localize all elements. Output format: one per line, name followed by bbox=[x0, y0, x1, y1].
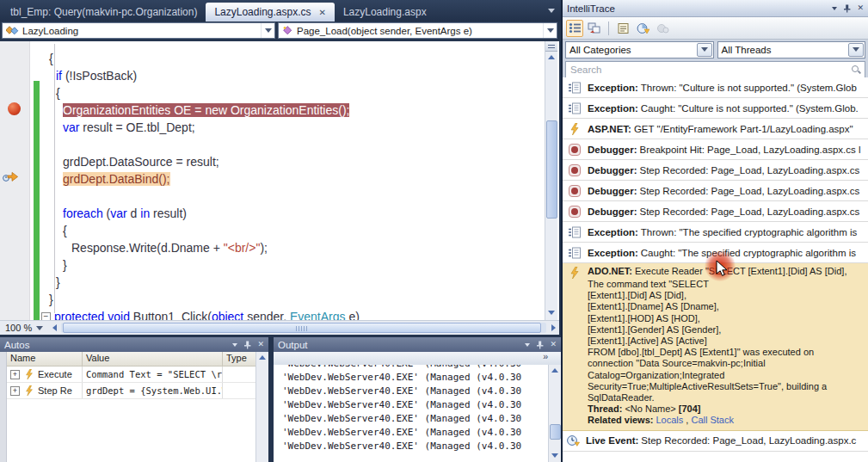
pin-icon[interactable] bbox=[843, 4, 851, 13]
chevron-down-icon[interactable] bbox=[848, 43, 864, 57]
close-icon[interactable]: ✕ bbox=[257, 341, 264, 348]
member-dropdown[interactable]: Page_Load(object sender, EventArgs e) bbox=[278, 22, 557, 39]
scroll-right-icon[interactable] bbox=[547, 322, 559, 334]
scrollbar-thumb[interactable] bbox=[550, 424, 561, 440]
code-line: } bbox=[0, 291, 545, 308]
search-input[interactable]: Search bbox=[565, 61, 865, 78]
summary-icon[interactable] bbox=[614, 20, 631, 37]
event-detail-line: [Extent1].[Gender] AS [Gender], bbox=[588, 324, 865, 336]
scroll-down-icon[interactable] bbox=[549, 450, 561, 461]
zoom-dropdown-icon[interactable] bbox=[36, 326, 43, 330]
event-category: ASP.NET: bbox=[588, 124, 631, 134]
member-dropdown-value: Page_Load(object sender, EventArgs e) bbox=[297, 26, 472, 36]
call-stack-link[interactable]: Call Stack bbox=[691, 415, 734, 425]
event-detail-line: SqlDataReader. bbox=[588, 392, 865, 403]
event-category: Live Event: bbox=[586, 435, 638, 446]
window-menu-icon[interactable] bbox=[832, 7, 837, 10]
selected-event-adonet[interactable]: ADO.NET: Execute Reader "SELECT [Extent1… bbox=[563, 263, 868, 431]
intellitrace-event[interactable]: Debugger:Step Recorded: Page_Load, LazyL… bbox=[563, 160, 868, 181]
column-header[interactable]: Name bbox=[7, 352, 83, 366]
threads-filter-value: All Threads bbox=[722, 45, 772, 55]
window-menu-icon[interactable] bbox=[525, 343, 530, 347]
code-line bbox=[0, 136, 545, 153]
event-icon bbox=[24, 385, 34, 396]
scroll-down-icon[interactable] bbox=[545, 307, 557, 318]
scrollbar-thumb[interactable] bbox=[546, 120, 557, 219]
code-line: grdDept.DataBind(); bbox=[0, 170, 545, 188]
intellitrace-event[interactable]: Exception:Thrown: "The specified cryptog… bbox=[563, 222, 868, 243]
document-list-dropdown-icon[interactable] bbox=[548, 9, 555, 13]
table-row[interactable]: +Step RegrdDept = {System.Web.UI.W bbox=[7, 383, 256, 399]
intellitrace-event[interactable]: Debugger:Step Recorded: Page_Load, LazyL… bbox=[563, 181, 868, 201]
column-header[interactable]: Type bbox=[223, 352, 256, 366]
panel-title: IntelliTrace bbox=[567, 3, 615, 14]
scroll-up-icon[interactable] bbox=[256, 352, 268, 363]
event-category: ADO.NET: bbox=[588, 266, 632, 276]
collapse-region-icon[interactable]: − bbox=[41, 312, 51, 320]
autos-scrollbar[interactable] bbox=[255, 352, 268, 462]
expand-icon[interactable]: + bbox=[10, 386, 20, 396]
autos-title-bar[interactable]: Autos ✕ bbox=[0, 337, 268, 352]
close-icon[interactable]: ✕ bbox=[319, 8, 326, 17]
event-text: Step Recorded: Page_Load, LazyLoading.as… bbox=[640, 165, 860, 176]
column-header[interactable]: Value bbox=[83, 352, 223, 366]
expand-icon[interactable]: + bbox=[10, 370, 20, 379]
name-cell: +Step Re bbox=[7, 383, 83, 398]
output-scrollbar[interactable] bbox=[548, 365, 561, 462]
intellitrace-panel: IntelliTrace ✕ bbox=[561, 0, 868, 462]
close-icon[interactable]: ✕ bbox=[857, 4, 864, 12]
code-editor[interactable]: {if (!IsPostBack){OrganizationEntities O… bbox=[0, 41, 559, 320]
event-category: Debugger: bbox=[588, 145, 637, 155]
intellitrace-event[interactable]: Exception:Thrown: "Culture is not suppor… bbox=[563, 77, 868, 98]
chevron-down-icon[interactable] bbox=[543, 23, 557, 38]
scroll-up-icon[interactable] bbox=[549, 365, 561, 376]
event-text: Step Recorded: Page_Load, LazyLoading.as… bbox=[640, 206, 860, 217]
exception-icon bbox=[569, 102, 582, 114]
event-text: Execute Reader "SELECT [Extent1].[Did] A… bbox=[632, 266, 847, 276]
output-log[interactable]: 'WebDev.WebServer40.EXE' (Managed (v4.0.… bbox=[274, 365, 561, 462]
table-row[interactable]: +ExecuteCommand Text = "SELECT \r bbox=[7, 367, 256, 383]
output-line: 'WebDev.WebServer40.EXE' (Managed (v4.0.… bbox=[282, 440, 561, 453]
locals-link[interactable]: Locals bbox=[656, 415, 683, 425]
code-lines: {if (!IsPostBack){OrganizationEntities O… bbox=[0, 50, 545, 320]
pin-icon[interactable] bbox=[536, 341, 544, 349]
scroll-up-icon[interactable] bbox=[545, 52, 557, 63]
splitter-handle[interactable] bbox=[545, 41, 557, 52]
output-panel: Output ✕ ›› 'WebDev.WebServer40.EXE' (Ma… bbox=[274, 337, 561, 462]
chevron-down-icon[interactable] bbox=[697, 43, 712, 57]
close-icon[interactable]: ✕ bbox=[550, 341, 557, 348]
grid-header[interactable]: Name Value Type bbox=[7, 352, 256, 367]
editor-vertical-scrollbar[interactable] bbox=[545, 41, 557, 320]
timeline-icon[interactable] bbox=[634, 20, 651, 37]
scrollbar-thumb[interactable] bbox=[63, 323, 541, 333]
live-event-row[interactable]: Live Event:Step Recorded: Page_Load, Laz… bbox=[563, 431, 868, 452]
categories-filter-select[interactable]: All Categories bbox=[565, 41, 714, 59]
scroll-left-icon[interactable] bbox=[48, 322, 60, 334]
intellitrace-event[interactable]: Debugger:Step Recorded: Page_Load, LazyL… bbox=[563, 201, 868, 222]
intellitrace-event[interactable]: Exception:Caught: "Culture is not suppor… bbox=[563, 98, 868, 119]
events-view-icon[interactable] bbox=[566, 20, 583, 37]
document-tab[interactable]: LazyLoading.aspx bbox=[335, 3, 435, 22]
intellitrace-event[interactable]: Debugger:Breakpoint Hit: Page_Load, Lazy… bbox=[563, 139, 868, 160]
event-text: Caught: "The specified cryptographic alg… bbox=[641, 248, 856, 258]
calls-view-icon[interactable] bbox=[586, 20, 603, 37]
output-title-bar[interactable]: Output ✕ bbox=[274, 337, 561, 352]
chevron-down-icon[interactable] bbox=[261, 23, 274, 38]
horizontal-scrollbar[interactable] bbox=[61, 323, 546, 333]
pin-icon[interactable] bbox=[243, 341, 251, 349]
code-text: { bbox=[63, 224, 67, 237]
document-tab[interactable]: LazyLoading.aspx.cs✕ bbox=[206, 3, 334, 22]
toolbar-overflow-icon[interactable]: ›› bbox=[543, 352, 547, 361]
search-placeholder: Search bbox=[570, 65, 601, 75]
type-dropdown[interactable]: LazyLoading bbox=[2, 22, 275, 39]
highlighted-code: grdDept.DataBind(); bbox=[63, 172, 170, 186]
intellitrace-title-bar[interactable]: IntelliTrace ✕ bbox=[563, 0, 868, 17]
zoom-level-select[interactable]: 100 % bbox=[0, 323, 34, 333]
document-tab-bar: tbl_Emp: Query(makvin-pc.Organization)La… bbox=[0, 0, 561, 22]
threads-filter-select[interactable]: All Threads bbox=[717, 41, 866, 59]
output-line: 'WebDev.WebServer40.EXE' (Managed (v4.0.… bbox=[282, 412, 561, 426]
intellitrace-event[interactable]: ASP.NET:GET "/EntityFramework Part-1/Laz… bbox=[563, 119, 868, 139]
window-menu-icon[interactable] bbox=[232, 343, 237, 347]
document-tab[interactable]: tbl_Emp: Query(makvin-pc.Organization) bbox=[2, 3, 206, 22]
code-line: { bbox=[0, 84, 545, 102]
